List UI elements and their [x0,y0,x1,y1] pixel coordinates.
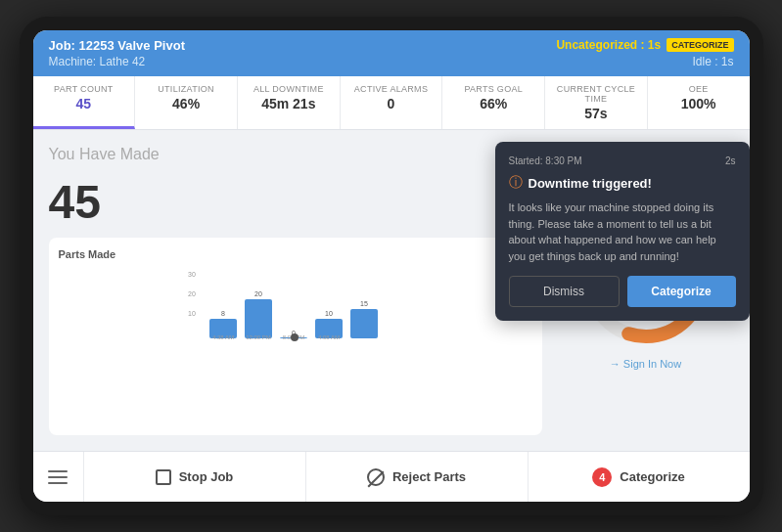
metric-label-6: OEE [658,84,740,94]
you-have-made-label: You Have Made [49,146,542,163]
popup-buttons: Dismiss Categorize [509,276,736,307]
svg-text:10: 10 [188,310,196,317]
metric-label-1: Utilization [145,84,227,94]
stop-job-label: Stop Job [179,469,234,484]
chart-svg: 30 20 10 8 4:38 AM 20 12:00 PM [59,267,532,345]
reject-parts-icon [367,468,385,486]
svg-text:30: 30 [188,271,196,278]
metric-value-4: 66% [452,96,534,111]
reject-parts-button[interactable]: Reject Parts [306,452,529,502]
metric-value-3: 0 [350,96,433,111]
svg-point-17 [291,333,299,341]
metric-part-count[interactable]: Part Count 45 [33,76,136,129]
screen: Job: 12253 Valve Pivot Machine: Lathe 42… [33,30,750,502]
main-content: You Have Made 45 Parts Made ? 30 20 10 [33,130,750,451]
metric-label-3: Active Alarms [350,84,433,94]
popup-timer: 2s [725,155,736,166]
uncategorized-text: Uncategorized : 1s [556,38,661,52]
header-categorize-badge[interactable]: CATEGORIZE [667,38,733,52]
metric-alarms[interactable]: Active Alarms 0 [341,76,443,129]
left-panel: You Have Made 45 Parts Made ? 30 20 10 [49,146,542,435]
metric-label-4: Parts Goal [452,84,534,94]
warning-icon: ⓘ [509,174,523,192]
metric-value-1: 46% [145,96,227,111]
header-left: Job: 12253 Valve Pivot Machine: Lathe 42 [49,38,185,68]
hamburger-icon [48,470,68,484]
popup-header-row: Started: 8:30 PM 2s [509,155,736,166]
chart-title: Parts Made [59,248,116,260]
svg-text:15: 15 [360,300,368,307]
svg-text:4:38 AM: 4:38 AM [211,334,233,340]
categorize-toolbar-button[interactable]: 4 Categorize [529,452,750,502]
popup-body: It looks like your machine stopped doing… [509,200,736,264]
tablet: Job: 12253 Valve Pivot Machine: Lathe 42… [20,17,763,515]
metric-utilization[interactable]: Utilization 46% [135,76,238,129]
chart-area: Parts Made ? 30 20 10 8 [49,238,542,435]
part-count-display: 45 [49,179,542,226]
sign-in-link[interactable]: → Sign In Now [610,358,681,370]
svg-text:20: 20 [188,290,196,297]
svg-text:10: 10 [325,310,333,317]
metrics-bar: Part Count 45 Utilization 46% All Downti… [33,76,750,130]
uncategorized-row: Uncategorized : 1s CATEGORIZE [556,38,733,52]
header-right: Uncategorized : 1s CATEGORIZE Idle : 1s [556,38,733,68]
metric-cycle-time[interactable]: Current Cycle Time 57s [545,76,648,129]
svg-text:20: 20 [254,290,262,297]
stop-job-icon [156,469,171,485]
header: Job: 12253 Valve Pivot Machine: Lathe 42… [33,30,750,76]
popup-started-label: Started: 8:30 PM [509,155,582,166]
bottom-toolbar: Stop Job Reject Parts 4 Categorize [33,451,750,502]
downtime-popup: Started: 8:30 PM 2s ⓘ Downtime triggered… [495,142,750,321]
popup-title: Downtime triggered! [529,176,652,191]
svg-text:4:08 AM: 4:08 AM [317,334,339,340]
chart-title-row: Parts Made ? [59,247,532,261]
machine-title: Machine: Lathe 42 [49,55,185,68]
metric-downtime[interactable]: All Downtime 45m 21s [238,76,341,129]
metric-value-0: 45 [43,96,125,111]
svg-rect-15 [350,309,378,338]
categorize-toolbar-label: Categorize [620,469,684,484]
metric-label-5: Current Cycle Time [555,84,637,104]
metric-oee[interactable]: OEE 100% [648,76,750,129]
categorize-badge: 4 [592,467,612,487]
toolbar-menu-button[interactable] [33,452,84,502]
metric-label-2: All Downtime [248,84,330,94]
stop-job-button[interactable]: Stop Job [84,452,306,502]
idle-text: Idle : 1s [692,55,733,68]
reject-parts-label: Reject Parts [392,469,466,484]
metric-value-5: 57s [555,106,637,121]
svg-rect-6 [245,299,272,338]
popup-title-row: ⓘ Downtime triggered! [509,174,736,192]
job-title: Job: 12253 Valve Pivot [49,38,185,53]
metric-value-2: 45m 21s [248,96,330,111]
popup-categorize-button[interactable]: Categorize [627,276,736,307]
metric-parts-goal[interactable]: Parts Goal 66% [442,76,545,129]
metric-value-6: 100% [658,96,740,111]
svg-text:8: 8 [221,310,225,317]
chart-svg-container: 30 20 10 8 4:38 AM 20 12:00 PM [59,267,532,345]
popup-dismiss-button[interactable]: Dismiss [509,276,620,307]
metric-label-0: Part Count [43,84,125,94]
svg-text:12:00 PM: 12:00 PM [246,334,271,340]
